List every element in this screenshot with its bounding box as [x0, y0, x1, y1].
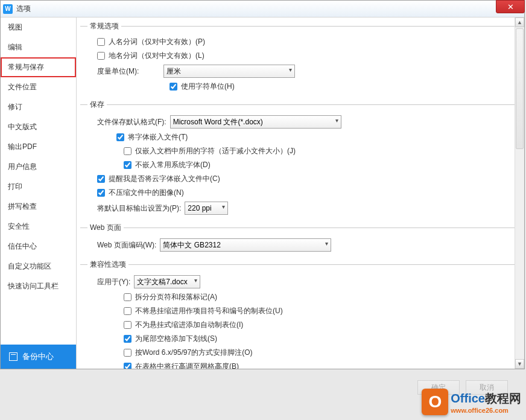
watermark: O Office教程网 www.office26.com — [422, 389, 521, 415]
compat-checkbox-4[interactable] — [124, 349, 132, 357]
label-unit: 度量单位(M): — [97, 66, 160, 77]
scroll-up-arrow-icon[interactable]: ▲ — [515, 18, 524, 27]
compat-label-1: 不将悬挂缩进用作项目符号和编号的制表位(U) — [135, 306, 283, 316]
close-icon: ✕ — [507, 2, 514, 11]
compat-row-5: 在表格中将行高调至网格高度(B) — [87, 360, 518, 369]
label-embed-only-used: 仅嵌入文档中所用的字符（适于减小文件大小）(J) — [135, 146, 296, 156]
sidebar-item-2[interactable]: 常规与保存 — [1, 57, 76, 77]
scroll-down-arrow-icon[interactable]: ▼ — [515, 359, 524, 369]
group-save: 保存 文件保存默认格式(F): Microsoft Word 文件(*.docx… — [80, 100, 518, 220]
checkbox-skip-system-fonts[interactable] — [124, 161, 132, 169]
row-no-compress: 不压缩文件中的图像(N) — [87, 186, 518, 200]
checkbox-no-compress[interactable] — [97, 189, 105, 197]
compat-label-5: 在表格中将行高调至网格高度(B) — [135, 361, 239, 369]
watermark-url: www.office26.com — [451, 407, 521, 414]
compat-row-1: 不将悬挂缩进用作项目符号和编号的制表位(U) — [87, 304, 518, 318]
checkbox-person-name[interactable] — [97, 38, 105, 46]
row-place-name: 地名分词（仅对中文有效）(L) — [87, 49, 518, 63]
sidebar-list: 视图编辑常规与保存文件位置修订中文版式输出PDF用户信息打印拼写检查安全性信任中… — [1, 18, 76, 345]
select-web-encoding[interactable]: 简体中文 GB2312 — [160, 238, 331, 252]
sidebar-item-11[interactable]: 信任中心 — [1, 237, 76, 256]
label-place-name: 地名分词（仅对中文有效）(L) — [109, 51, 204, 61]
group-compat-legend: 兼容性选项 — [87, 259, 128, 270]
compat-checkbox-2[interactable] — [124, 321, 132, 329]
row-skip-system-fonts: 不嵌入常用系统字体(D) — [87, 158, 518, 172]
sidebar-item-12[interactable]: 自定义功能区 — [1, 256, 76, 276]
compat-label-4: 按Word 6.x/95/97的方式安排脚注(O) — [135, 348, 252, 358]
group-general-legend: 常规选项 — [87, 21, 121, 31]
checkbox-char-unit[interactable] — [170, 83, 177, 91]
group-web-legend: Web 页面 — [87, 223, 124, 233]
row-apply-to: 应用于(Y): 文字文稿7.docx — [87, 273, 518, 290]
group-save-legend: 保存 — [87, 100, 107, 110]
checkbox-embed-fonts[interactable] — [116, 133, 124, 141]
group-web: Web 页面 Web 页面编码(W): 简体中文 GB2312 — [80, 223, 518, 257]
sidebar-item-9[interactable]: 拼写检查 — [1, 197, 76, 217]
row-web-encoding: Web 页面编码(W): 简体中文 GB2312 — [87, 237, 518, 253]
label-prompt-cloud: 提醒我是否将云字体嵌入文件中(C) — [109, 174, 220, 184]
app-icon: W — [3, 4, 13, 14]
options-dialog: W 选项 ✕ 视图编辑常规与保存文件位置修订中文版式输出PDF用户信息打印拼写检… — [0, 0, 525, 369]
row-unit: 度量单位(M): 厘米 — [87, 63, 518, 80]
dialog-body: 视图编辑常规与保存文件位置修订中文版式输出PDF用户信息打印拼写检查安全性信任中… — [1, 18, 524, 369]
checkbox-place-name[interactable] — [97, 52, 105, 60]
window-title: 选项 — [16, 4, 31, 14]
compat-label-0: 拆分分页符和段落标记(A) — [135, 292, 217, 302]
sidebar-item-5[interactable]: 中文版式 — [1, 117, 76, 137]
select-target-ppi[interactable]: 220 ppi — [185, 202, 228, 215]
label-person-name: 人名分词（仅对中文有效）(P) — [109, 37, 205, 47]
row-embed-fonts: 将字体嵌入文件(T) — [87, 130, 518, 144]
group-compat: 兼容性选项 应用于(Y): 文字文稿7.docx 拆分分页符和段落标记(A)不将… — [80, 259, 518, 369]
compat-checkbox-0[interactable] — [124, 293, 132, 301]
row-default-format: 文件保存默认格式(F): Microsoft Word 文件(*.docx) — [87, 113, 518, 130]
sidebar-item-7[interactable]: 用户信息 — [1, 157, 76, 177]
compat-label-3: 为尾部空格添加下划线(S) — [135, 334, 217, 344]
compat-row-2: 不为悬挂式缩进添加自动制表位(I) — [87, 318, 518, 332]
row-prompt-cloud: 提醒我是否将云字体嵌入文件中(C) — [87, 172, 518, 186]
compat-checkbox-3[interactable] — [124, 335, 132, 343]
label-target-ppi: 将默认目标输出设置为(P): — [97, 203, 181, 214]
sidebar-item-13[interactable]: 快速访问工具栏 — [1, 276, 76, 296]
compat-row-0: 拆分分页符和段落标记(A) — [87, 290, 518, 304]
scroll-thumb[interactable] — [516, 28, 524, 149]
watermark-logo-icon: O — [422, 389, 448, 415]
sidebar-item-4[interactable]: 修订 — [1, 97, 76, 117]
select-unit[interactable]: 厘米 — [163, 65, 295, 78]
sidebar-item-1[interactable]: 编辑 — [1, 37, 76, 57]
select-default-format[interactable]: Microsoft Word 文件(*.docx) — [170, 115, 341, 129]
sidebar-item-3[interactable]: 文件位置 — [1, 77, 76, 97]
label-apply-to: 应用于(Y): — [97, 277, 130, 287]
vertical-scrollbar[interactable]: ▲ ▼ — [515, 18, 524, 369]
label-default-format: 文件保存默认格式(F): — [97, 117, 166, 127]
label-no-compress: 不压缩文件中的图像(N) — [109, 188, 184, 198]
content-panel: 常规选项 人名分词（仅对中文有效）(P) 地名分词（仅对中文有效）(L) 度量单… — [77, 18, 524, 369]
row-person-name: 人名分词（仅对中文有效）(P) — [87, 35, 518, 49]
titlebar: W 选项 ✕ — [1, 1, 524, 18]
select-apply-to[interactable]: 文字文稿7.docx — [134, 275, 200, 288]
row-char-unit: 使用字符单位(H) — [87, 80, 518, 94]
row-target-ppi: 将默认目标输出设置为(P): 220 ppi — [87, 200, 518, 217]
watermark-title: Office — [451, 392, 485, 405]
compat-row-4: 按Word 6.x/95/97的方式安排脚注(O) — [87, 346, 518, 360]
sidebar-item-8[interactable]: 打印 — [1, 177, 76, 197]
compat-label-2: 不为悬挂式缩进添加自动制表位(I) — [135, 320, 243, 330]
checkbox-prompt-cloud[interactable] — [97, 175, 105, 183]
label-web-encoding: Web 页面编码(W): — [97, 240, 156, 250]
backup-icon — [9, 352, 17, 361]
close-button[interactable]: ✕ — [496, 0, 525, 13]
sidebar-item-0[interactable]: 视图 — [1, 18, 76, 37]
compat-checkbox-5[interactable] — [124, 363, 132, 369]
checkbox-embed-only-used[interactable] — [124, 147, 132, 155]
row-embed-only-used: 仅嵌入文档中所用的字符（适于减小文件大小）(J) — [87, 144, 518, 158]
label-embed-fonts: 将字体嵌入文件(T) — [128, 132, 188, 142]
watermark-suffix: 教程网 — [485, 392, 521, 405]
compat-checkbox-1[interactable] — [124, 307, 132, 315]
backup-center-button[interactable]: 备份中心 — [1, 345, 76, 369]
sidebar-item-10[interactable]: 安全性 — [1, 217, 76, 237]
label-skip-system-fonts: 不嵌入常用系统字体(D) — [135, 160, 211, 170]
sidebar-item-6[interactable]: 输出PDF — [1, 137, 76, 157]
backup-label: 备份中心 — [22, 351, 54, 362]
compat-row-3: 为尾部空格添加下划线(S) — [87, 332, 518, 346]
group-general: 常规选项 人名分词（仅对中文有效）(P) 地名分词（仅对中文有效）(L) 度量单… — [80, 21, 518, 97]
label-char-unit: 使用字符单位(H) — [181, 81, 235, 92]
